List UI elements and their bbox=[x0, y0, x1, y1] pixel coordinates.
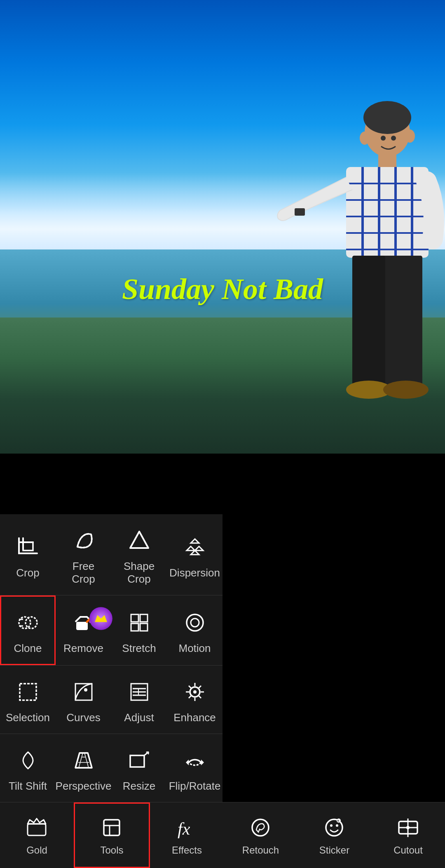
svg-rect-2 bbox=[378, 153, 396, 169]
tool-perspective[interactable]: Perspective bbox=[56, 734, 111, 802]
tilt-shift-icon bbox=[14, 746, 42, 775]
tool-shape-crop[interactable]: Shape Crop bbox=[111, 514, 167, 595]
motion-icon bbox=[180, 608, 209, 637]
tool-flip-rotate[interactable]: Flip/Rotate bbox=[167, 734, 222, 802]
tool-stretch[interactable]: Stretch bbox=[111, 595, 167, 665]
bottom-nav: Gold Tools fx Effects Retouch bbox=[0, 802, 445, 868]
flip-rotate-label: Flip/Rotate bbox=[169, 780, 221, 793]
svg-point-20 bbox=[391, 136, 396, 141]
tools-panel: Crop Free Crop Shape Crop bbox=[0, 514, 222, 802]
resize-label: Resize bbox=[123, 780, 155, 793]
curves-label: Curves bbox=[66, 711, 100, 724]
motion-label: Motion bbox=[178, 642, 211, 655]
effects-label: Effects bbox=[172, 844, 202, 856]
tool-adjust[interactable]: Adjust bbox=[111, 666, 167, 734]
svg-point-81 bbox=[336, 824, 338, 827]
svg-marker-72 bbox=[186, 760, 189, 765]
svg-rect-23 bbox=[23, 542, 33, 550]
tool-remove[interactable]: Remove bbox=[56, 595, 111, 665]
nav-sticker[interactable]: + Sticker bbox=[297, 802, 371, 868]
photo-area: Sunday Not Bad bbox=[0, 0, 445, 454]
tool-dispersion[interactable]: Dispersion bbox=[167, 514, 222, 595]
svg-marker-25 bbox=[191, 539, 199, 543]
svg-rect-43 bbox=[75, 684, 92, 700]
tools-row-1: Crop Free Crop Shape Crop bbox=[0, 514, 222, 595]
adjust-icon bbox=[125, 677, 154, 706]
tool-free-crop[interactable]: Free Crop bbox=[56, 514, 111, 595]
svg-line-63 bbox=[88, 753, 92, 768]
tools-row-3: Selection Curves bbox=[0, 666, 222, 734]
nav-effects[interactable]: fx Effects bbox=[150, 802, 224, 868]
tool-enhance[interactable]: Enhance bbox=[167, 666, 222, 734]
svg-point-22 bbox=[405, 129, 415, 143]
adjust-label: Adjust bbox=[124, 711, 154, 724]
svg-point-21 bbox=[360, 132, 370, 145]
enhance-label: Enhance bbox=[173, 711, 216, 724]
tool-crop[interactable]: Crop bbox=[0, 514, 56, 595]
stretch-icon bbox=[125, 608, 154, 637]
flip-rotate-icon bbox=[180, 746, 209, 775]
nav-tools[interactable]: Tools bbox=[74, 802, 150, 868]
perspective-icon bbox=[69, 746, 98, 775]
svg-line-60 bbox=[189, 696, 191, 698]
svg-marker-27 bbox=[195, 546, 203, 550]
svg-text:fx: fx bbox=[178, 819, 190, 838]
svg-line-57 bbox=[189, 686, 191, 688]
svg-rect-33 bbox=[76, 622, 88, 630]
tool-curves[interactable]: Curves bbox=[56, 666, 111, 734]
nav-gold[interactable]: Gold bbox=[0, 802, 74, 868]
gold-icon bbox=[23, 814, 50, 841]
svg-rect-42 bbox=[20, 684, 36, 700]
svg-rect-73 bbox=[28, 824, 46, 835]
tools-row-2: Clone bbox=[0, 595, 222, 665]
svg-point-41 bbox=[191, 619, 199, 627]
tools-row-4: Tilt Shift Perspective bbox=[0, 734, 222, 802]
selection-icon bbox=[14, 677, 42, 706]
svg-marker-24 bbox=[130, 532, 148, 548]
tool-selection[interactable]: Selection bbox=[0, 666, 56, 734]
tool-resize[interactable]: Resize bbox=[111, 734, 167, 802]
nav-cutout[interactable]: Cutout bbox=[371, 802, 445, 868]
svg-text:+: + bbox=[337, 819, 339, 823]
svg-rect-15 bbox=[389, 256, 422, 388]
svg-rect-18 bbox=[295, 208, 305, 216]
svg-marker-71 bbox=[201, 760, 204, 765]
sticker-label: Sticker bbox=[319, 844, 349, 856]
clone-label: Clone bbox=[14, 642, 42, 655]
svg-rect-74 bbox=[104, 820, 119, 835]
cutout-icon bbox=[395, 814, 422, 841]
svg-rect-37 bbox=[140, 614, 148, 622]
resize-icon bbox=[125, 746, 154, 775]
curves-icon bbox=[69, 677, 98, 706]
svg-point-78 bbox=[252, 819, 269, 836]
tools-icon bbox=[98, 814, 125, 841]
shape-crop-label: Shape Crop bbox=[116, 560, 162, 586]
enhance-icon bbox=[180, 677, 209, 706]
free-crop-label: Free Crop bbox=[60, 560, 107, 586]
svg-line-58 bbox=[199, 696, 201, 698]
svg-rect-36 bbox=[131, 614, 138, 622]
tools-label: Tools bbox=[100, 844, 123, 856]
stretch-label: Stretch bbox=[122, 642, 156, 655]
svg-point-46 bbox=[84, 688, 87, 692]
tool-clone[interactable]: Clone bbox=[0, 595, 56, 665]
nav-retouch[interactable]: Retouch bbox=[224, 802, 297, 868]
crop-icon bbox=[14, 533, 42, 562]
remove-icon bbox=[69, 608, 98, 637]
tool-tilt-shift[interactable]: Tilt Shift bbox=[0, 734, 56, 802]
svg-point-87 bbox=[406, 826, 410, 829]
perspective-label: Perspective bbox=[56, 780, 112, 793]
shape-crop-icon bbox=[125, 526, 154, 555]
cutout-label: Cutout bbox=[393, 844, 423, 856]
dispersion-label: Dispersion bbox=[169, 567, 220, 579]
effects-icon: fx bbox=[173, 814, 200, 841]
svg-point-29 bbox=[19, 617, 30, 628]
tool-motion[interactable]: Motion bbox=[167, 595, 222, 665]
remove-label: Remove bbox=[63, 642, 103, 655]
svg-point-80 bbox=[330, 824, 333, 827]
clone-icon bbox=[14, 608, 42, 637]
tilt-shift-label: Tilt Shift bbox=[9, 780, 47, 793]
svg-point-17 bbox=[383, 381, 429, 399]
gold-label: Gold bbox=[26, 844, 47, 856]
svg-line-59 bbox=[199, 686, 201, 688]
